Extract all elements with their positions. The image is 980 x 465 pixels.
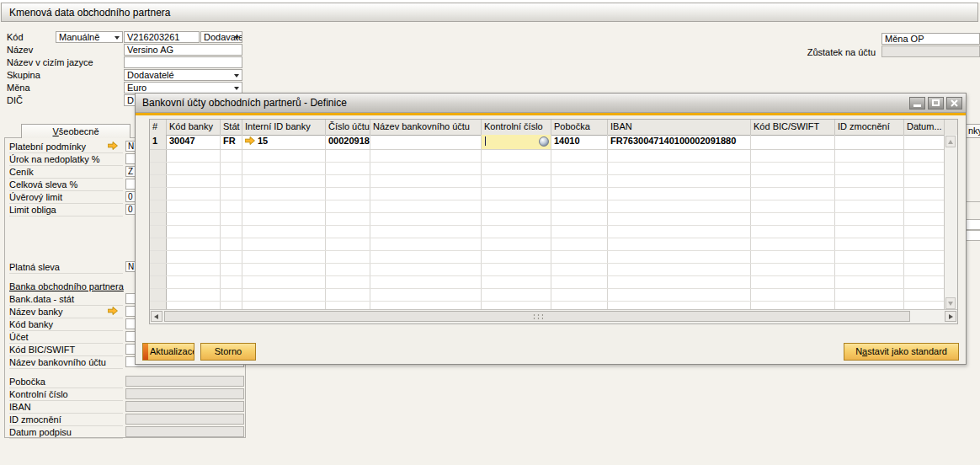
table-cell[interactable] (326, 200, 370, 212)
table-cell[interactable] (904, 276, 945, 288)
table-cell[interactable] (167, 150, 221, 162)
table-cell[interactable] (751, 213, 835, 225)
table-cell[interactable] (482, 251, 551, 263)
table-cell[interactable] (326, 276, 370, 288)
table-cell[interactable] (221, 264, 242, 275)
column-header-8[interactable]: IBAN (608, 120, 751, 135)
update-button[interactable]: Aktualizace (142, 343, 194, 361)
mena-op-field[interactable]: Měna OP (881, 33, 980, 45)
column-header-10[interactable]: ID zmocnění (835, 120, 904, 135)
table-cell[interactable] (835, 238, 904, 250)
table-cell[interactable] (167, 276, 221, 288)
table-cell[interactable] (221, 276, 242, 288)
table-cell[interactable] (370, 150, 482, 162)
table-cell[interactable] (551, 251, 608, 263)
table-cell[interactable] (751, 251, 835, 263)
table-cell[interactable] (370, 200, 482, 212)
table-cell[interactable] (370, 163, 482, 174)
table-cell[interactable] (904, 226, 945, 238)
table-empty-row[interactable] (150, 264, 945, 276)
table-cell[interactable]: 14010 (551, 135, 608, 149)
skupina-dropdown[interactable]: Dodavatelé (124, 69, 242, 81)
table-empty-row[interactable] (150, 251, 945, 264)
table-cell[interactable] (835, 175, 904, 187)
table-cell[interactable] (221, 251, 242, 263)
table-cell[interactable] (167, 226, 221, 238)
table-cell[interactable] (904, 200, 945, 212)
horizontal-scrollbar[interactable] (150, 309, 957, 323)
column-header-4[interactable]: Číslo účtu (326, 120, 370, 135)
table-cell[interactable]: 15 (242, 135, 326, 149)
table-cell[interactable] (551, 188, 608, 200)
table-cell[interactable] (326, 188, 370, 200)
table-cell[interactable]: 30047 (167, 135, 221, 149)
table-cell[interactable] (904, 163, 945, 174)
table-cell[interactable] (835, 135, 904, 149)
link-arrow-icon[interactable] (108, 142, 118, 150)
scrollbar-thumb[interactable] (164, 311, 910, 322)
table-empty-row[interactable] (150, 276, 945, 289)
kod-type-dropdown[interactable]: Dodavatel (200, 31, 242, 43)
table-cell[interactable] (904, 188, 945, 200)
table-cell[interactable] (370, 135, 482, 149)
table-cell[interactable] (835, 188, 904, 200)
table-empty-row[interactable] (150, 226, 945, 238)
table-cell[interactable] (835, 200, 904, 212)
table-cell[interactable] (904, 238, 945, 250)
kod-mode-dropdown[interactable]: Manuálně (56, 31, 123, 43)
table-cell[interactable] (482, 238, 551, 250)
table-cell[interactable] (904, 251, 945, 263)
table-cell[interactable] (326, 150, 370, 162)
table-cell[interactable] (608, 188, 751, 200)
table-cell[interactable] (167, 264, 221, 275)
table-cell[interactable] (608, 213, 751, 225)
table-empty-row[interactable] (150, 175, 945, 188)
table-cell[interactable] (751, 289, 835, 301)
table-cell[interactable] (150, 289, 167, 301)
dialog-titlebar[interactable]: Bankovní účty obchodních partnerů - Defi… (136, 94, 966, 113)
table-cell[interactable] (326, 289, 370, 301)
table-empty-row[interactable] (150, 163, 945, 175)
table-cell[interactable] (221, 188, 242, 200)
table-cell[interactable] (150, 238, 167, 250)
table-cell[interactable] (370, 238, 482, 250)
table-cell[interactable] (242, 289, 326, 301)
table-empty-row[interactable] (150, 200, 945, 213)
vertical-scrollbar[interactable] (944, 135, 957, 310)
table-cell[interactable] (167, 213, 221, 225)
column-header-3[interactable]: Interní ID banky (242, 120, 326, 135)
column-header-2[interactable]: Stát (221, 120, 242, 135)
table-cell[interactable] (370, 289, 482, 301)
minimize-button[interactable] (909, 97, 925, 110)
table-cell[interactable]: FR7630047140100002091880 (608, 135, 751, 149)
table-empty-row[interactable] (150, 238, 945, 251)
table-cell[interactable] (150, 226, 167, 238)
main-window-titlebar[interactable]: Kmenová data obchodního partnera (1, 3, 978, 22)
table-cell[interactable] (551, 226, 608, 238)
column-header-6[interactable]: Kontrolní číslo (482, 120, 551, 135)
set-as-default-button[interactable]: Nastavit jako standard (844, 343, 959, 361)
table-cell[interactable]: 1 (150, 135, 167, 149)
table-row[interactable]: 130047FR150002091814010FR763004714010000… (150, 135, 945, 150)
table-cell[interactable] (150, 213, 167, 225)
table-cell[interactable] (221, 226, 242, 238)
table-cell[interactable] (221, 213, 242, 225)
table-cell[interactable] (370, 175, 482, 187)
column-header-0[interactable]: # (150, 120, 167, 135)
table-cell[interactable] (242, 163, 326, 174)
scroll-right-icon[interactable] (945, 311, 956, 322)
table-cell[interactable] (608, 150, 751, 162)
table-cell[interactable] (221, 150, 242, 162)
table-cell[interactable] (608, 251, 751, 263)
table-cell[interactable] (608, 163, 751, 174)
table-cell[interactable] (482, 200, 551, 212)
table-cell[interactable] (482, 264, 551, 275)
table-cell[interactable] (370, 264, 482, 275)
column-header-11[interactable]: Datum... (904, 120, 945, 135)
table-cell[interactable] (150, 200, 167, 212)
table-cell[interactable] (751, 264, 835, 275)
table-cell[interactable] (835, 163, 904, 174)
table-cell[interactable] (482, 188, 551, 200)
table-cell[interactable] (221, 289, 242, 301)
table-cell[interactable] (608, 200, 751, 212)
